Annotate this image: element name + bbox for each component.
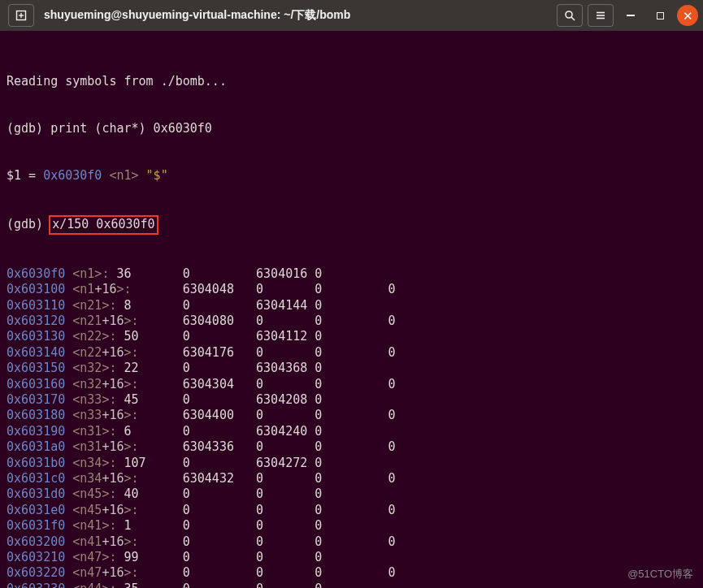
memory-row: 0x6031d0 <n45>: 40 0 0 0 (7, 486, 696, 502)
output-line: $1 = 0x6030f0 <n1> "$" (7, 168, 696, 184)
memory-row: 0x603230 <n44>: 35 0 0 0 (7, 582, 696, 588)
memory-row: 0x6030f0 <n1>: 36 0 6304016 0 (7, 266, 696, 282)
memory-row: 0x6031a0 <n31+16>: 6304336 0 0 0 (7, 439, 696, 455)
memory-row: 0x6031f0 <n41>: 1 0 0 0 (7, 518, 696, 534)
memory-row: 0x6031c0 <n34+16>: 6304432 0 0 0 (7, 471, 696, 486)
close-button[interactable]: ✕ (677, 5, 698, 26)
memory-dump: 0x6030f0 <n1>: 36 0 6304016 00x603100 <n… (7, 266, 696, 588)
close-icon: ✕ (683, 10, 693, 22)
window-title: shuyueming@shuyueming-virtual-machine: ~… (44, 8, 350, 23)
terminal-window: shuyueming@shuyueming-virtual-machine: ~… (0, 0, 703, 588)
memory-row: 0x603180 <n33+16>: 6304400 0 0 0 (7, 408, 696, 423)
memory-row: 0x603210 <n47>: 99 0 0 0 (7, 550, 696, 565)
memory-row: 0x603140 <n22+16>: 6304176 0 0 0 (7, 345, 696, 361)
minimize-icon (627, 15, 635, 16)
minimize-button[interactable] (618, 5, 643, 26)
watermark: @51CTO博客 (627, 567, 693, 582)
svg-point-3 (566, 11, 572, 18)
memory-row: 0x603100 <n1+16>: 6304048 0 0 0 (7, 282, 696, 297)
output-line: Reading symbols from ./bomb... (7, 74, 696, 89)
svg-line-4 (571, 17, 575, 20)
memory-row: 0x603160 <n32+16>: 6304304 0 0 0 (7, 377, 696, 392)
output-line: (gdb) x/150 0x6030f0 (7, 215, 696, 234)
terminal-output[interactable]: Reading symbols from ./bomb... (gdb) pri… (0, 31, 703, 588)
memory-row: 0x603110 <n21>: 8 0 6304144 0 (7, 298, 696, 313)
memory-row: 0x603200 <n41+16>: 0 0 0 0 (7, 534, 696, 550)
menu-button[interactable] (588, 4, 614, 27)
new-tab-button[interactable] (8, 4, 34, 27)
memory-row: 0x603130 <n22>: 50 0 6304112 0 (7, 329, 696, 344)
memory-row: 0x603120 <n21+16>: 6304080 0 0 0 (7, 313, 696, 329)
titlebar: shuyueming@shuyueming-virtual-machine: ~… (0, 0, 703, 31)
memory-row: 0x603150 <n32>: 22 0 6304368 0 (7, 361, 696, 376)
memory-row: 0x603220 <n47+16>: 0 0 0 0 (7, 565, 696, 581)
maximize-button[interactable] (648, 5, 672, 26)
memory-row: 0x6031e0 <n45+16>: 0 0 0 0 (7, 503, 696, 518)
memory-row: 0x603170 <n33>: 45 0 6304208 0 (7, 392, 696, 408)
hamburger-icon (595, 10, 606, 21)
memory-row: 0x603190 <n31>: 6 0 6304240 0 (7, 424, 696, 439)
highlighted-command: x/150 0x6030f0 (49, 215, 158, 234)
new-tab-icon (15, 10, 27, 21)
maximize-icon (657, 12, 664, 19)
output-line: (gdb) print (char*) 0x6030f0 (7, 121, 696, 136)
search-icon (564, 10, 575, 21)
search-button[interactable] (557, 4, 583, 27)
memory-row: 0x6031b0 <n34>: 107 0 6304272 0 (7, 456, 696, 471)
